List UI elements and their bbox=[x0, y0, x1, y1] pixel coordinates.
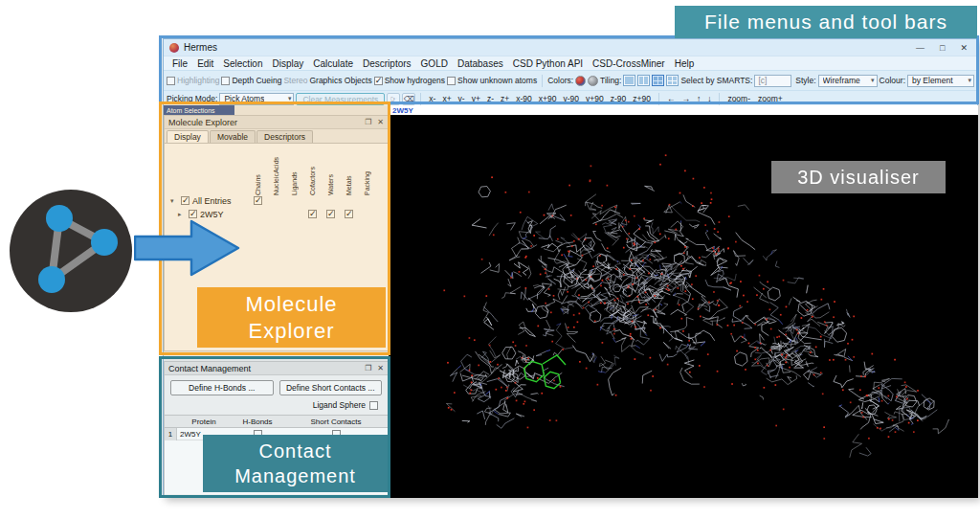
display-toolbar: Highlighting Depth Cueing Stereo Graphic… bbox=[164, 70, 977, 90]
tiling-label: Tiling: bbox=[600, 76, 621, 85]
molecule-explorer-title: Molecule Explorer bbox=[168, 118, 237, 127]
rotate-button[interactable]: z- bbox=[484, 94, 497, 103]
tiling-grid-icon[interactable] bbox=[652, 75, 664, 86]
smarts-input[interactable]: [c] bbox=[754, 75, 791, 87]
menu-item[interactable]: Selection bbox=[218, 58, 267, 69]
tiling-single-icon[interactable] bbox=[623, 75, 635, 86]
graphics-objects-label[interactable]: Graphics Objects bbox=[309, 76, 371, 85]
rotation-buttons: x-x+y-y+z-z+x-90x+90y-90y+90z-90z+90 bbox=[426, 94, 654, 103]
show-unknown-atoms-checkbox[interactable] bbox=[447, 77, 456, 85]
ligand-sphere-checkbox[interactable] bbox=[369, 401, 378, 410]
2w5y-waters-checkbox[interactable] bbox=[326, 210, 335, 218]
menu-item[interactable]: Descriptors bbox=[358, 58, 416, 69]
color-uniform-icon[interactable] bbox=[588, 76, 598, 86]
2w5y-metals-checkbox[interactable] bbox=[345, 210, 353, 218]
close-button[interactable]: ✕ bbox=[960, 43, 968, 53]
rotate-button[interactable]: y+90 bbox=[583, 94, 607, 103]
define-hbonds-button[interactable]: Define H-Bonds ... bbox=[170, 380, 274, 395]
rotate-button[interactable]: z+ bbox=[498, 94, 512, 103]
style-value: Wireframe bbox=[823, 76, 860, 85]
picking-mode-select[interactable]: Pick Atoms bbox=[219, 93, 294, 105]
hbonds-column-header: H-Bonds bbox=[231, 417, 284, 426]
row-index: 1 bbox=[165, 428, 177, 440]
rotate-button[interactable]: z+90 bbox=[630, 94, 654, 103]
float-panel-icon[interactable]: ❐ bbox=[365, 364, 371, 372]
contacts-table-header: Protein H-Bonds Short Contacts bbox=[165, 416, 388, 428]
tab-display[interactable]: Display bbox=[167, 130, 209, 143]
menu-item[interactable]: Display bbox=[268, 58, 309, 69]
translate-button[interactable]: ↑ bbox=[694, 94, 703, 103]
menu-item[interactable]: CSD-CrossMiner bbox=[588, 58, 670, 69]
column-header: Packing bbox=[364, 147, 370, 195]
menu-item[interactable]: Databases bbox=[453, 58, 508, 69]
color-by-element-icon[interactable] bbox=[575, 76, 586, 86]
annotation-text: Contact bbox=[259, 439, 332, 463]
divider bbox=[420, 93, 421, 105]
all-entries-chains-checkbox[interactable] bbox=[254, 196, 262, 205]
clear-measurements-button[interactable]: Clear Measurements bbox=[296, 93, 385, 105]
erase-measurements-icon[interactable]: ⌫ bbox=[402, 93, 415, 105]
divider bbox=[658, 93, 659, 105]
rotate-button[interactable]: y- bbox=[456, 94, 468, 103]
menu-item[interactable]: CSD Python API bbox=[508, 58, 588, 69]
float-panel-icon[interactable]: ❐ bbox=[365, 118, 371, 126]
contact-management-titlebar: Contact Management ❐ ✕ bbox=[165, 362, 388, 375]
highlighting-checkbox[interactable] bbox=[167, 77, 175, 85]
menu-item[interactable]: Help bbox=[670, 58, 700, 69]
2w5y-cofactors-checkbox[interactable] bbox=[308, 210, 317, 218]
tree-label-all-entries: All Entries bbox=[192, 196, 232, 206]
rotate-button[interactable]: x-90 bbox=[513, 94, 535, 103]
rotate-button[interactable]: x+90 bbox=[536, 94, 560, 103]
atom-selections-strip[interactable]: Atom Selections bbox=[164, 105, 234, 115]
column-header: Waters bbox=[327, 147, 334, 195]
2w5y-checkbox[interactable] bbox=[189, 210, 197, 218]
stereo-label: Stereo bbox=[283, 76, 307, 85]
style-label: Style: bbox=[795, 76, 815, 85]
translate-buttons: ←→↑↓ bbox=[664, 94, 715, 103]
tiling-rows-icon[interactable] bbox=[666, 75, 679, 86]
rotate-button[interactable]: y-90 bbox=[560, 94, 582, 103]
translate-button[interactable]: ← bbox=[664, 94, 679, 103]
tab-movable[interactable]: Movable bbox=[210, 130, 256, 143]
tiling-columns-icon[interactable] bbox=[637, 75, 650, 86]
menu-item[interactable]: Edit bbox=[192, 58, 218, 69]
depth-cueing-checkbox[interactable] bbox=[221, 77, 230, 85]
translate-button[interactable]: ↓ bbox=[704, 94, 714, 103]
close-panel-icon[interactable]: ✕ bbox=[377, 364, 384, 372]
tree-label-2w5y: 2W5Y bbox=[200, 210, 224, 219]
zoom-in-button[interactable]: zoom+ bbox=[755, 94, 786, 103]
close-panel-icon[interactable]: ✕ bbox=[377, 118, 384, 126]
maximize-button[interactable]: □ bbox=[940, 43, 945, 53]
arrow-icon bbox=[134, 218, 241, 278]
rotate-button[interactable]: x- bbox=[426, 94, 438, 103]
depth-cueing-label: Depth Cueing bbox=[232, 76, 281, 85]
menu-item[interactable]: File bbox=[167, 58, 192, 69]
rotate-button[interactable]: x+ bbox=[439, 94, 454, 103]
viewer-entry-tab[interactable]: 2W5Y bbox=[389, 105, 978, 115]
picking-mode-label: Picking Mode: bbox=[167, 94, 217, 103]
menu-item[interactable]: Calculate bbox=[308, 58, 358, 69]
style-select[interactable]: Wireframe bbox=[818, 75, 878, 87]
menu-item[interactable]: GOLD bbox=[416, 58, 453, 69]
all-entries-checkbox[interactable] bbox=[181, 196, 189, 205]
zoom-out-button[interactable]: zoom- bbox=[724, 94, 753, 103]
minimize-button[interactable]: — bbox=[916, 43, 924, 53]
colour-select[interactable]: by Element bbox=[907, 75, 974, 87]
expand-closed-icon[interactable]: ▸ bbox=[178, 211, 186, 218]
tree-row-all-entries[interactable]: ▾ All Entries bbox=[170, 195, 232, 206]
show-hydrogens-checkbox[interactable] bbox=[374, 77, 383, 85]
define-short-contacts-button[interactable]: Define Short Contacts ... bbox=[279, 380, 383, 395]
expand-open-icon[interactable]: ▾ bbox=[170, 197, 178, 205]
annotation-toolbars-banner: File menus and tool bars bbox=[675, 6, 977, 38]
screenshot-stage: File menus and tool bars Hermes — □ ✕ Fi… bbox=[0, 0, 980, 519]
column-header: NucleicAcids bbox=[273, 147, 279, 195]
show-hydrogens-label: Show hydrogens bbox=[385, 76, 445, 85]
rotate-button[interactable]: z-90 bbox=[608, 94, 630, 103]
rotate-button[interactable]: y+ bbox=[469, 94, 483, 103]
annotation-label-3d-visualiser: 3D visualiser bbox=[771, 161, 946, 193]
smarts-label: Select by SMARTS: bbox=[680, 76, 752, 85]
translate-button[interactable]: → bbox=[679, 94, 693, 103]
pick-hand-icon[interactable]: ☞ bbox=[387, 93, 400, 105]
annotation-text: Management bbox=[234, 463, 356, 488]
tab-descriptors[interactable]: Descriptors bbox=[256, 130, 313, 143]
